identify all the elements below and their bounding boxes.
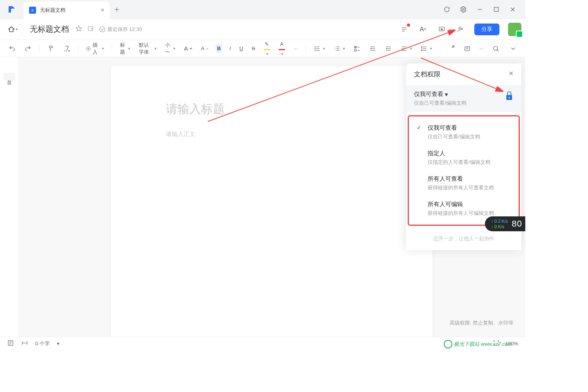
network-speed-widget: ↑ 0.2 K/s ↓ 0 K/s 80 — [485, 216, 525, 231]
permission-option-specific[interactable]: 指定人仅指定的人可查看/编辑文档 — [409, 145, 519, 171]
share-button[interactable]: 分享 — [474, 24, 499, 35]
permission-option-anyone-view[interactable]: 所有人可查看获得链接的所有人可查看文档 — [409, 171, 519, 196]
quote-button[interactable]: 〞 — [446, 42, 457, 55]
new-tab-button[interactable]: ＋ — [110, 4, 124, 15]
strike-button[interactable]: S — [250, 44, 257, 53]
word-count: 0 个字 — [35, 340, 50, 347]
add-collaborator-icon[interactable] — [456, 24, 466, 34]
indent-button[interactable] — [383, 44, 394, 54]
user-avatar[interactable] — [508, 23, 521, 36]
outdent-button[interactable] — [368, 44, 378, 54]
chevron-down-icon[interactable]: ▾ — [57, 341, 60, 347]
speed-percent: 80 — [512, 219, 522, 229]
formatting-toolbar: 插入▾ 标题▾ 默认字体▾ 小一▾ A+ A− B I U S ✎▾ A▾ ··… — [0, 40, 525, 57]
outline-icon[interactable] — [399, 24, 409, 34]
body-placeholder[interactable]: 请输入正文 — [166, 131, 377, 138]
font-family-select[interactable]: 默认字体▾ — [137, 40, 158, 57]
svg-point-9 — [315, 50, 316, 51]
more-text-button[interactable]: ··· — [292, 44, 299, 53]
presentation-icon[interactable] — [437, 24, 447, 34]
download-speed: ↓ 0 K/s — [491, 224, 508, 229]
refresh-icon[interactable] — [442, 5, 452, 14]
bold-button[interactable]: B — [216, 44, 222, 53]
permission-options: ✓ 仅我可查看仅自己可查看/编辑文档 指定人仅指定的人可查看/编辑文档 所有人可… — [408, 115, 520, 226]
document-meta: 最近保存 12:30 — [75, 25, 142, 33]
italic-button[interactable]: I — [228, 44, 232, 53]
svg-rect-14 — [509, 97, 510, 99]
titlebar: ≡ 无标题文档 × ＋ — [0, 0, 525, 19]
current-permission[interactable]: 仅我可查看▾ 仅自己可查看/编辑文档 — [406, 85, 521, 112]
decrease-font-button[interactable]: A− — [200, 44, 210, 53]
star-icon[interactable] — [75, 25, 82, 33]
redo-button[interactable] — [23, 44, 33, 54]
saved-indicator: 最近保存 12:30 — [99, 26, 142, 33]
clear-format-button[interactable] — [62, 44, 72, 54]
more-button[interactable]: ··· — [478, 44, 485, 53]
search-button[interactable] — [491, 44, 501, 54]
document-title[interactable]: 无标题文档 — [30, 24, 69, 34]
svg-rect-11 — [465, 46, 470, 51]
highlight-block-button[interactable] — [462, 44, 472, 54]
heading-select[interactable]: 标题▾ — [118, 40, 132, 57]
check-icon: ✓ — [417, 124, 424, 140]
collapse-button[interactable] — [508, 44, 518, 54]
document-tab[interactable]: ≡ 无标题文档 × — [24, 2, 110, 19]
title-placeholder[interactable]: 请输入标题 — [166, 101, 377, 117]
ordered-list-button[interactable]: ▾ — [332, 44, 347, 54]
maximize-icon[interactable] — [492, 5, 501, 14]
settings-icon[interactable] — [459, 5, 468, 14]
lock-icon — [505, 91, 514, 102]
permission-option-only-me[interactable]: ✓ 仅我可查看仅自己可查看/编辑文档 — [409, 120, 519, 145]
svg-rect-1 — [494, 7, 499, 11]
panel-footer: 迈开一步，让他人一起协作 — [406, 235, 521, 242]
svg-point-0 — [463, 8, 465, 10]
format-painter-button[interactable] — [46, 44, 56, 54]
svg-point-7 — [315, 46, 316, 47]
upload-speed: ↑ 0.2 K/s — [491, 219, 508, 223]
align-button[interactable]: ▾ — [399, 44, 414, 54]
svg-point-12 — [494, 46, 498, 51]
close-window-icon[interactable] — [508, 5, 517, 14]
left-sidebar: 目录 — [0, 57, 18, 337]
window-controls — [442, 5, 525, 14]
svg-point-3 — [100, 27, 105, 32]
increase-font-button[interactable]: A+ — [182, 44, 194, 53]
table-of-contents-button[interactable]: 目录 — [4, 73, 15, 81]
home-button[interactable]: ▾ — [4, 22, 22, 36]
close-icon[interactable]: × — [101, 7, 104, 14]
svg-point-5 — [459, 27, 461, 29]
line-height-button[interactable]: ▾ — [419, 44, 434, 54]
bullet-list-button[interactable]: ▾ — [312, 44, 327, 54]
undo-button[interactable] — [7, 44, 17, 54]
outline-view-icon[interactable] — [7, 339, 14, 348]
underline-button[interactable]: U — [238, 44, 245, 53]
move-icon[interactable] — [87, 25, 94, 33]
minimize-icon[interactable] — [475, 5, 485, 14]
panel-close-icon[interactable]: ✕ — [508, 70, 514, 79]
tab-title: 无标题文档 — [40, 7, 97, 14]
chevron-down-icon: ▾ — [445, 91, 448, 98]
text-format-icon[interactable]: A= — [418, 24, 428, 34]
app-logo[interactable] — [0, 5, 24, 14]
highlight-button[interactable]: ✎▾ — [262, 40, 272, 58]
svg-point-8 — [315, 48, 316, 49]
doc-icon: ≡ — [29, 7, 36, 14]
panel-title: 文档权限 — [414, 70, 441, 79]
site-watermark: 极光下载站 www.xz7.com — [444, 340, 512, 348]
text-color-button[interactable]: A▾ — [277, 40, 287, 58]
document-page[interactable]: 请输入标题 请输入正文 — [111, 66, 432, 337]
font-size-select[interactable]: 小一▾ — [163, 40, 177, 57]
document-header: ▾ 无标题文档 最近保存 12:30 A= 分享 — [0, 19, 525, 40]
advanced-permissions-link[interactable]: 高级权限: 禁止复制、水印等 — [450, 319, 514, 327]
insert-button[interactable]: 插入▾ — [84, 40, 105, 57]
checklist-button[interactable] — [352, 44, 362, 54]
page-width-icon[interactable] — [21, 339, 28, 348]
